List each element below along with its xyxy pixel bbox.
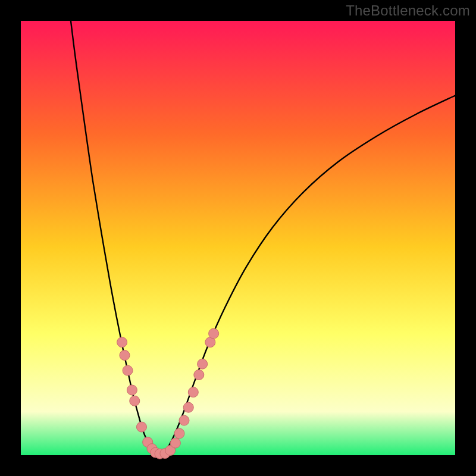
data-point [198,359,208,369]
data-point [194,369,204,380]
watermark-text: TheBottleneck.com [346,2,470,19]
data-point [179,415,189,425]
data-point [174,428,184,439]
chart-svg [0,0,476,476]
data-point [170,438,180,448]
chart-frame: TheBottleneck.com [0,0,476,476]
data-point [123,365,133,375]
data-point [120,350,130,361]
data-point [117,337,127,347]
data-point [183,402,193,412]
data-point [127,385,137,395]
data-point [136,422,146,432]
data-point [209,328,219,339]
plot-background [21,21,455,455]
data-point [130,396,140,406]
data-point [188,387,198,397]
